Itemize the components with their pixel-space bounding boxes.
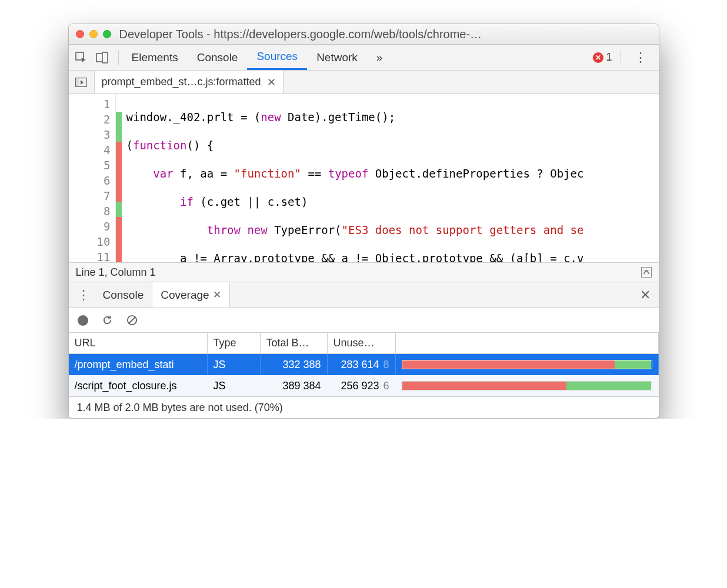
drawer-tab-console[interactable]: Console	[95, 282, 152, 308]
coverage-summary: 1.4 MB of 2.0 MB bytes are not used. (70…	[77, 402, 283, 414]
window-title: Developer Tools - https://developers.goo…	[119, 28, 482, 41]
svg-rect-2	[102, 52, 108, 63]
coverage-gutter	[116, 94, 122, 262]
toolbar-separator	[118, 51, 119, 65]
window-controls	[76, 30, 111, 38]
cell-visualization	[396, 375, 659, 396]
line-number: 9	[69, 219, 111, 234]
drawer-tabs: ⋮ Console Coverage ✕ ✕	[69, 282, 659, 308]
line-number: 2	[69, 112, 111, 127]
error-count: 1	[606, 51, 612, 64]
settings-menu-button[interactable]: ⋮	[629, 50, 652, 65]
drawer-menu-button[interactable]: ⋮	[72, 288, 95, 303]
titlebar: Developer Tools - https://developers.goo…	[69, 24, 659, 45]
tab-console[interactable]: Console	[188, 45, 248, 70]
close-drawer-tab-button[interactable]: ✕	[213, 289, 221, 301]
code-editor: 1 2 3 4 5 6 7 8 9 10 11 window._402.prlt…	[69, 94, 659, 262]
error-badge[interactable]: ✕ 1	[593, 51, 612, 64]
tab-sources[interactable]: Sources	[247, 45, 307, 70]
navigator-toggle-button[interactable]	[69, 71, 95, 93]
record-icon	[78, 315, 88, 326]
coverage-toolbar	[69, 308, 659, 333]
reload-button[interactable]	[102, 315, 114, 326]
line-number: 8	[69, 203, 111, 219]
line-number: 1	[69, 96, 111, 112]
main-toolbar: Elements Console Sources Network » ✕ 1 ⋮	[69, 45, 659, 71]
cursor-position: Line 1, Column 1	[76, 266, 156, 279]
close-tab-button[interactable]: ✕	[267, 76, 276, 89]
minimize-window-button[interactable]	[89, 30, 98, 38]
line-number: 4	[69, 142, 111, 158]
header-url[interactable]: URL	[69, 333, 208, 353]
coverage-footer: 1.4 MB of 2.0 MB bytes are not used. (70…	[69, 396, 659, 418]
record-button[interactable]	[77, 315, 89, 326]
cell-total: 389 384	[261, 375, 328, 396]
file-tab[interactable]: prompt_embed_st…c.js:formatted ✕	[95, 71, 284, 93]
editor-tabs: prompt_embed_st…c.js:formatted ✕	[69, 71, 659, 94]
close-window-button[interactable]	[76, 30, 84, 38]
line-gutter: 1 2 3 4 5 6 7 8 9 10 11	[69, 94, 116, 262]
drawer-tab-label: Coverage	[161, 289, 209, 302]
expand-status-button[interactable]	[641, 267, 652, 278]
header-unused[interactable]: Unuse…	[328, 333, 396, 353]
cell-unused: 283 614 8	[328, 354, 396, 375]
editor-statusbar: Line 1, Column 1	[69, 262, 659, 282]
overflow-tabs-button[interactable]: »	[367, 45, 392, 70]
tab-elements[interactable]: Elements	[122, 45, 188, 70]
zoom-window-button[interactable]	[103, 30, 111, 38]
table-row[interactable]: /script_foot_closure.jsJS389 384256 923 …	[69, 375, 659, 396]
code-area[interactable]: window._402.prlt = (new Date).getTime();…	[122, 94, 659, 262]
cell-visualization	[396, 354, 659, 375]
tab-network[interactable]: Network	[307, 45, 367, 70]
line-number: 7	[69, 188, 111, 203]
file-tab-label: prompt_embed_st…c.js:formatted	[102, 76, 261, 88]
line-number: 11	[69, 249, 111, 262]
close-drawer-button[interactable]: ✕	[640, 288, 655, 303]
table-row[interactable]: /prompt_embed_statiJS332 388283 614 8	[69, 354, 659, 375]
coverage-table-body: /prompt_embed_statiJS332 388283 614 8/sc…	[69, 354, 659, 396]
cell-type: JS	[208, 354, 261, 375]
error-icon: ✕	[593, 52, 603, 63]
inspect-element-icon[interactable]	[75, 51, 88, 64]
svg-line-7	[129, 318, 135, 323]
cell-unused: 256 923 6	[328, 375, 396, 396]
coverage-table-header: URL Type Total B… Unuse…	[69, 333, 659, 354]
header-type[interactable]: Type	[208, 333, 261, 353]
devtools-window: Developer Tools - https://developers.goo…	[68, 24, 659, 419]
cell-total: 332 388	[261, 354, 328, 375]
cell-url: /prompt_embed_stati	[69, 354, 208, 375]
header-visualization	[396, 333, 659, 353]
toolbar-separator	[621, 51, 621, 65]
line-number: 5	[69, 158, 111, 173]
line-number: 10	[69, 234, 111, 249]
header-total[interactable]: Total B…	[261, 333, 328, 353]
clear-button[interactable]	[126, 315, 138, 326]
drawer-tab-coverage[interactable]: Coverage ✕	[152, 282, 229, 308]
device-toolbar-icon[interactable]	[96, 51, 109, 64]
line-number: 3	[69, 127, 111, 142]
cell-type: JS	[208, 375, 261, 396]
panel-tabs: Elements Console Sources Network »	[122, 45, 392, 70]
line-number: 6	[69, 173, 111, 188]
cell-url: /script_foot_closure.js	[69, 375, 208, 396]
svg-rect-4	[76, 78, 79, 86]
